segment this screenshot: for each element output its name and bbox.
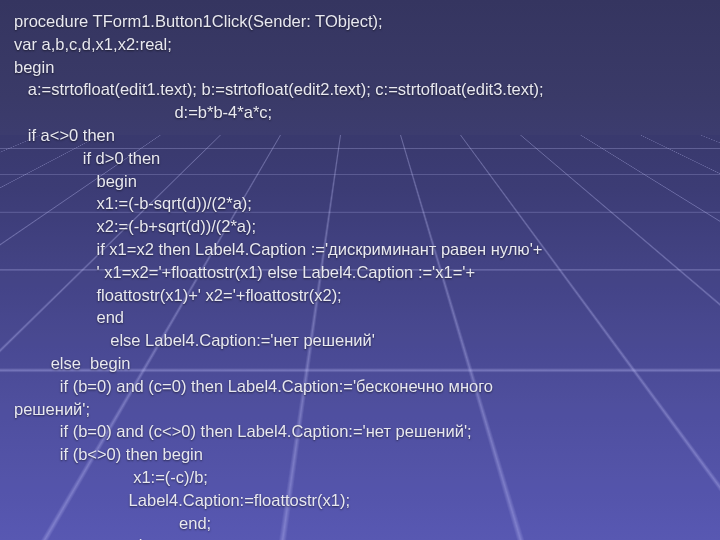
code-line: floattostr(x1)+' x2='+floattostr(x2); xyxy=(14,286,342,304)
code-line: if x1=x2 then Label4.Caption :='дискрими… xyxy=(14,240,542,258)
code-line: end; xyxy=(14,514,211,532)
code-line: a:=strtofloat(edit1.text); b:=strtofloat… xyxy=(14,80,544,98)
code-line: d:=b*b-4*a*c; xyxy=(14,103,272,121)
code-line: if (b=0) and (c<>0) then Label4.Caption:… xyxy=(14,422,472,440)
code-line: if (b<>0) then begin xyxy=(14,445,203,463)
code-line: решений'; xyxy=(14,400,90,418)
code-block: procedure TForm1.Button1Click(Sender: TO… xyxy=(14,10,710,540)
code-line: Label4.Caption:=floattostr(x1); xyxy=(14,491,350,509)
code-line: x1:=(-b-sqrt(d))/(2*a); xyxy=(14,194,252,212)
code-line: end; xyxy=(14,536,147,540)
code-line: var a,b,c,d,x1,x2:real; xyxy=(14,35,172,53)
code-line: if a<>0 then xyxy=(14,126,115,144)
code-line: if (b=0) and (c=0) then Label4.Caption:=… xyxy=(14,377,493,395)
code-line: begin xyxy=(14,58,54,76)
code-line: if d>0 then xyxy=(14,149,160,167)
code-line: else Label4.Caption:='нет решений' xyxy=(14,331,375,349)
code-line: ' x1=x2='+floattostr(x1) else Label4.Cap… xyxy=(14,263,475,281)
code-line: else begin xyxy=(14,354,130,372)
code-line: end xyxy=(14,308,124,326)
code-line: begin xyxy=(14,172,137,190)
code-line: procedure TForm1.Button1Click(Sender: TO… xyxy=(14,12,383,30)
code-line: x2:=(-b+sqrt(d))/(2*a); xyxy=(14,217,256,235)
code-line: x1:=(-c)/b; xyxy=(14,468,208,486)
